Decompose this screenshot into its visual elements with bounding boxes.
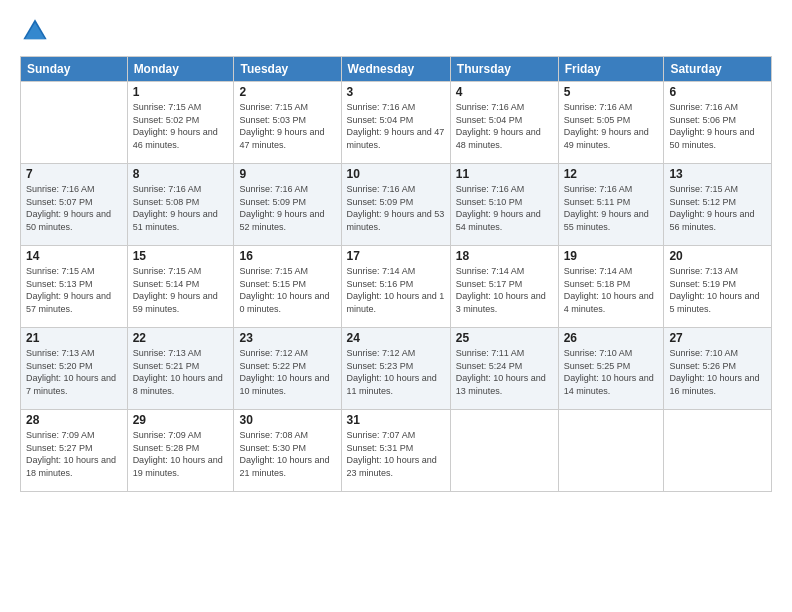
- day-header-friday: Friday: [558, 57, 664, 82]
- date-cell: 1Sunrise: 7:15 AMSunset: 5:02 PMDaylight…: [127, 82, 234, 164]
- cell-info: Sunrise: 7:12 AMSunset: 5:23 PMDaylight:…: [347, 347, 445, 397]
- date-cell: [21, 82, 128, 164]
- day-header-thursday: Thursday: [450, 57, 558, 82]
- week-row-1: 1Sunrise: 7:15 AMSunset: 5:02 PMDaylight…: [21, 82, 772, 164]
- date-number: 25: [456, 331, 553, 345]
- header-area: [20, 16, 772, 46]
- date-number: 31: [347, 413, 445, 427]
- date-number: 9: [239, 167, 335, 181]
- date-number: 5: [564, 85, 659, 99]
- date-cell: 21Sunrise: 7:13 AMSunset: 5:20 PMDayligh…: [21, 328, 128, 410]
- date-cell: 12Sunrise: 7:16 AMSunset: 5:11 PMDayligh…: [558, 164, 664, 246]
- date-cell: 3Sunrise: 7:16 AMSunset: 5:04 PMDaylight…: [341, 82, 450, 164]
- date-cell: 22Sunrise: 7:13 AMSunset: 5:21 PMDayligh…: [127, 328, 234, 410]
- date-number: 12: [564, 167, 659, 181]
- date-number: 7: [26, 167, 122, 181]
- date-number: 10: [347, 167, 445, 181]
- date-cell: 31Sunrise: 7:07 AMSunset: 5:31 PMDayligh…: [341, 410, 450, 492]
- cell-info: Sunrise: 7:07 AMSunset: 5:31 PMDaylight:…: [347, 429, 445, 479]
- cell-info: Sunrise: 7:13 AMSunset: 5:21 PMDaylight:…: [133, 347, 229, 397]
- date-number: 1: [133, 85, 229, 99]
- day-header-sunday: Sunday: [21, 57, 128, 82]
- date-cell: 19Sunrise: 7:14 AMSunset: 5:18 PMDayligh…: [558, 246, 664, 328]
- date-number: 29: [133, 413, 229, 427]
- date-cell: 26Sunrise: 7:10 AMSunset: 5:25 PMDayligh…: [558, 328, 664, 410]
- calendar-table: SundayMondayTuesdayWednesdayThursdayFrid…: [20, 56, 772, 492]
- cell-info: Sunrise: 7:15 AMSunset: 5:03 PMDaylight:…: [239, 101, 335, 151]
- cell-info: Sunrise: 7:16 AMSunset: 5:04 PMDaylight:…: [347, 101, 445, 151]
- date-cell: [558, 410, 664, 492]
- cell-info: Sunrise: 7:10 AMSunset: 5:26 PMDaylight:…: [669, 347, 766, 397]
- date-cell: 17Sunrise: 7:14 AMSunset: 5:16 PMDayligh…: [341, 246, 450, 328]
- date-number: 21: [26, 331, 122, 345]
- cell-info: Sunrise: 7:13 AMSunset: 5:20 PMDaylight:…: [26, 347, 122, 397]
- date-number: 22: [133, 331, 229, 345]
- date-cell: 2Sunrise: 7:15 AMSunset: 5:03 PMDaylight…: [234, 82, 341, 164]
- calendar-container: SundayMondayTuesdayWednesdayThursdayFrid…: [0, 0, 792, 612]
- date-number: 15: [133, 249, 229, 263]
- cell-info: Sunrise: 7:14 AMSunset: 5:16 PMDaylight:…: [347, 265, 445, 315]
- cell-info: Sunrise: 7:09 AMSunset: 5:27 PMDaylight:…: [26, 429, 122, 479]
- date-number: 8: [133, 167, 229, 181]
- date-cell: 25Sunrise: 7:11 AMSunset: 5:24 PMDayligh…: [450, 328, 558, 410]
- cell-info: Sunrise: 7:15 AMSunset: 5:14 PMDaylight:…: [133, 265, 229, 315]
- date-cell: 11Sunrise: 7:16 AMSunset: 5:10 PMDayligh…: [450, 164, 558, 246]
- date-number: 24: [347, 331, 445, 345]
- cell-info: Sunrise: 7:15 AMSunset: 5:12 PMDaylight:…: [669, 183, 766, 233]
- week-row-3: 14Sunrise: 7:15 AMSunset: 5:13 PMDayligh…: [21, 246, 772, 328]
- cell-info: Sunrise: 7:12 AMSunset: 5:22 PMDaylight:…: [239, 347, 335, 397]
- date-cell: 24Sunrise: 7:12 AMSunset: 5:23 PMDayligh…: [341, 328, 450, 410]
- date-cell: 16Sunrise: 7:15 AMSunset: 5:15 PMDayligh…: [234, 246, 341, 328]
- cell-info: Sunrise: 7:11 AMSunset: 5:24 PMDaylight:…: [456, 347, 553, 397]
- date-cell: 10Sunrise: 7:16 AMSunset: 5:09 PMDayligh…: [341, 164, 450, 246]
- cell-info: Sunrise: 7:16 AMSunset: 5:05 PMDaylight:…: [564, 101, 659, 151]
- date-number: 20: [669, 249, 766, 263]
- date-number: 13: [669, 167, 766, 181]
- date-number: 4: [456, 85, 553, 99]
- cell-info: Sunrise: 7:16 AMSunset: 5:09 PMDaylight:…: [347, 183, 445, 233]
- logo: [20, 16, 54, 46]
- date-cell: [664, 410, 772, 492]
- date-cell: 27Sunrise: 7:10 AMSunset: 5:26 PMDayligh…: [664, 328, 772, 410]
- cell-info: Sunrise: 7:16 AMSunset: 5:07 PMDaylight:…: [26, 183, 122, 233]
- cell-info: Sunrise: 7:16 AMSunset: 5:11 PMDaylight:…: [564, 183, 659, 233]
- cell-info: Sunrise: 7:15 AMSunset: 5:13 PMDaylight:…: [26, 265, 122, 315]
- date-number: 18: [456, 249, 553, 263]
- cell-info: Sunrise: 7:10 AMSunset: 5:25 PMDaylight:…: [564, 347, 659, 397]
- cell-info: Sunrise: 7:14 AMSunset: 5:17 PMDaylight:…: [456, 265, 553, 315]
- date-number: 28: [26, 413, 122, 427]
- date-cell: 20Sunrise: 7:13 AMSunset: 5:19 PMDayligh…: [664, 246, 772, 328]
- week-row-5: 28Sunrise: 7:09 AMSunset: 5:27 PMDayligh…: [21, 410, 772, 492]
- date-cell: 30Sunrise: 7:08 AMSunset: 5:30 PMDayligh…: [234, 410, 341, 492]
- date-cell: 13Sunrise: 7:15 AMSunset: 5:12 PMDayligh…: [664, 164, 772, 246]
- date-cell: 6Sunrise: 7:16 AMSunset: 5:06 PMDaylight…: [664, 82, 772, 164]
- date-number: 11: [456, 167, 553, 181]
- date-cell: 23Sunrise: 7:12 AMSunset: 5:22 PMDayligh…: [234, 328, 341, 410]
- date-number: 27: [669, 331, 766, 345]
- date-number: 30: [239, 413, 335, 427]
- cell-info: Sunrise: 7:14 AMSunset: 5:18 PMDaylight:…: [564, 265, 659, 315]
- date-number: 17: [347, 249, 445, 263]
- day-header-wednesday: Wednesday: [341, 57, 450, 82]
- date-cell: [450, 410, 558, 492]
- date-cell: 29Sunrise: 7:09 AMSunset: 5:28 PMDayligh…: [127, 410, 234, 492]
- week-row-2: 7Sunrise: 7:16 AMSunset: 5:07 PMDaylight…: [21, 164, 772, 246]
- cell-info: Sunrise: 7:16 AMSunset: 5:06 PMDaylight:…: [669, 101, 766, 151]
- date-cell: 28Sunrise: 7:09 AMSunset: 5:27 PMDayligh…: [21, 410, 128, 492]
- cell-info: Sunrise: 7:16 AMSunset: 5:04 PMDaylight:…: [456, 101, 553, 151]
- date-cell: 5Sunrise: 7:16 AMSunset: 5:05 PMDaylight…: [558, 82, 664, 164]
- date-number: 26: [564, 331, 659, 345]
- date-number: 2: [239, 85, 335, 99]
- date-number: 6: [669, 85, 766, 99]
- date-cell: 4Sunrise: 7:16 AMSunset: 5:04 PMDaylight…: [450, 82, 558, 164]
- day-header-monday: Monday: [127, 57, 234, 82]
- week-row-4: 21Sunrise: 7:13 AMSunset: 5:20 PMDayligh…: [21, 328, 772, 410]
- date-number: 16: [239, 249, 335, 263]
- date-cell: 14Sunrise: 7:15 AMSunset: 5:13 PMDayligh…: [21, 246, 128, 328]
- cell-info: Sunrise: 7:09 AMSunset: 5:28 PMDaylight:…: [133, 429, 229, 479]
- date-number: 19: [564, 249, 659, 263]
- cell-info: Sunrise: 7:16 AMSunset: 5:08 PMDaylight:…: [133, 183, 229, 233]
- date-number: 14: [26, 249, 122, 263]
- date-number: 23: [239, 331, 335, 345]
- cell-info: Sunrise: 7:13 AMSunset: 5:19 PMDaylight:…: [669, 265, 766, 315]
